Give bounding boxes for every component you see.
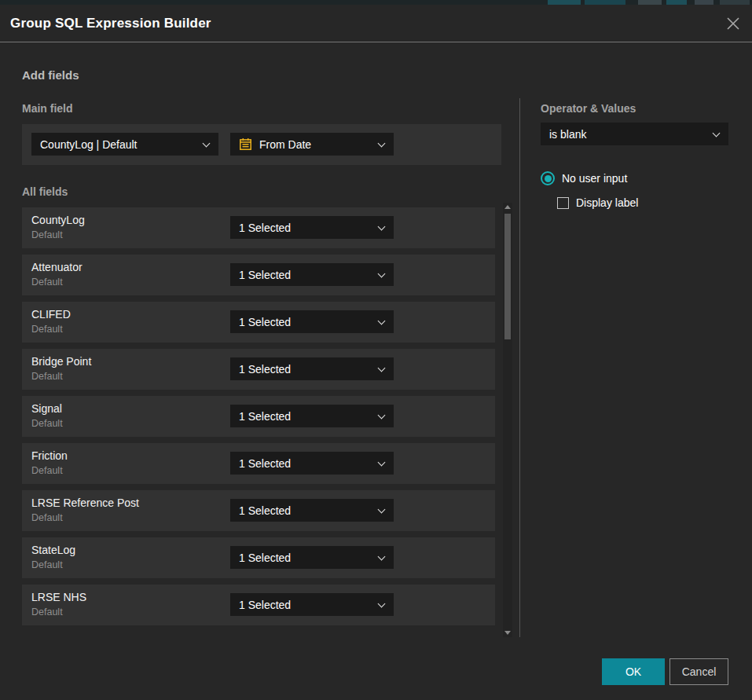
field-selected-dropdown[interactable]: 1 Selected bbox=[230, 310, 394, 333]
group-sql-expression-builder-dialog: Group SQL Expression Builder Add fields … bbox=[0, 5, 752, 700]
field-sublabel: Default bbox=[31, 512, 63, 523]
cancel-button[interactable]: Cancel bbox=[669, 658, 728, 685]
dialog-title: Group SQL Expression Builder bbox=[10, 5, 211, 42]
add-fields-heading: Add fields bbox=[22, 68, 79, 82]
field-sublabel: Default bbox=[31, 324, 63, 335]
chevron-down-icon bbox=[378, 506, 386, 514]
chevron-down-icon bbox=[203, 140, 211, 148]
field-name: Bridge Point bbox=[31, 355, 91, 368]
chevron-down-icon bbox=[378, 600, 386, 608]
display-label-checkbox[interactable]: Display label bbox=[557, 196, 638, 209]
chevron-down-icon bbox=[713, 130, 721, 137]
field-select-value: From Date bbox=[259, 138, 311, 151]
field-row: LRSE NHS Default 1 Selected bbox=[22, 585, 495, 625]
field-name: LRSE NHS bbox=[31, 591, 86, 603]
selected-count: 1 Selected bbox=[239, 222, 291, 234]
field-name: Attenuator bbox=[31, 261, 83, 273]
selected-count: 1 Selected bbox=[239, 457, 291, 470]
field-name: CountyLog bbox=[31, 214, 85, 226]
field-selected-dropdown[interactable]: 1 Selected bbox=[230, 593, 394, 616]
screen: Group SQL Expression Builder Add fields … bbox=[0, 0, 752, 700]
field-name: LRSE Reference Post bbox=[31, 497, 139, 509]
field-row: Friction Default 1 Selected bbox=[22, 443, 495, 484]
main-field-label: Main field bbox=[22, 102, 73, 115]
chevron-down-icon bbox=[378, 365, 386, 372]
chevron-down-icon bbox=[378, 317, 386, 325]
panel-divider bbox=[519, 98, 520, 637]
field-row: Signal Default 1 Selected bbox=[22, 396, 495, 437]
field-selected-dropdown[interactable]: 1 Selected bbox=[230, 357, 394, 380]
field-selected-dropdown[interactable]: 1 Selected bbox=[230, 546, 394, 569]
chevron-down-icon bbox=[378, 412, 386, 420]
chevron-down-icon bbox=[378, 270, 386, 278]
radio-selected-icon bbox=[541, 171, 555, 185]
field-sublabel: Default bbox=[31, 371, 63, 382]
no-user-input-radio[interactable]: No user input bbox=[541, 171, 627, 185]
field-row: StateLog Default 1 Selected bbox=[22, 537, 495, 578]
main-field-field-select[interactable]: From Date bbox=[230, 133, 394, 156]
field-row: Attenuator Default 1 Selected bbox=[22, 255, 495, 295]
field-selected-dropdown[interactable]: 1 Selected bbox=[230, 405, 394, 427]
scrollbar-thumb[interactable] bbox=[504, 214, 511, 339]
field-selected-dropdown[interactable]: 1 Selected bbox=[230, 499, 394, 522]
operator-values-label: Operator & Values bbox=[541, 102, 636, 115]
operator-select[interactable]: is blank bbox=[541, 123, 728, 145]
selected-count: 1 Selected bbox=[239, 599, 291, 611]
main-field-layer-select[interactable]: CountyLog | Default bbox=[31, 133, 218, 156]
chevron-down-icon bbox=[378, 459, 386, 467]
field-selected-dropdown[interactable]: 1 Selected bbox=[230, 216, 394, 239]
chevron-down-icon bbox=[378, 223, 386, 231]
operator-value: is blank bbox=[549, 128, 586, 141]
field-sublabel: Default bbox=[31, 607, 63, 618]
main-field-box: CountyLog | Default From Date bbox=[22, 124, 501, 165]
close-icon[interactable] bbox=[724, 15, 742, 32]
selected-count: 1 Selected bbox=[239, 410, 291, 423]
field-row: CountyLog Default 1 Selected bbox=[22, 207, 495, 248]
selected-count: 1 Selected bbox=[239, 552, 291, 564]
scroll-up-icon[interactable] bbox=[504, 205, 511, 209]
scroll-down-icon[interactable] bbox=[504, 631, 511, 635]
selected-count: 1 Selected bbox=[239, 269, 291, 281]
field-row: LRSE Reference Post Default 1 Selected bbox=[22, 490, 495, 531]
ok-button[interactable]: OK bbox=[602, 658, 665, 685]
chevron-down-icon bbox=[378, 140, 386, 148]
checkbox-unchecked-icon bbox=[557, 197, 569, 209]
layer-select-value: CountyLog | Default bbox=[40, 138, 138, 151]
radio-label: No user input bbox=[562, 172, 627, 185]
field-sublabel: Default bbox=[31, 418, 63, 429]
chevron-down-icon bbox=[378, 553, 386, 561]
titlebar-divider bbox=[0, 42, 752, 42]
all-fields-label: All fields bbox=[22, 185, 68, 198]
dialog-titlebar: Group SQL Expression Builder bbox=[0, 5, 752, 42]
field-name: Friction bbox=[31, 449, 68, 462]
field-name: StateLog bbox=[31, 544, 75, 556]
field-sublabel: Default bbox=[31, 229, 63, 240]
field-sublabel: Default bbox=[31, 559, 63, 570]
selected-count: 1 Selected bbox=[239, 504, 291, 517]
field-name: CLIFED bbox=[31, 308, 71, 321]
selected-count: 1 Selected bbox=[239, 316, 291, 328]
field-name: Signal bbox=[31, 402, 62, 415]
field-selected-dropdown[interactable]: 1 Selected bbox=[230, 263, 394, 286]
field-selected-dropdown[interactable]: 1 Selected bbox=[230, 452, 394, 475]
checkbox-label: Display label bbox=[576, 196, 638, 209]
field-row: CLIFED Default 1 Selected bbox=[22, 302, 495, 343]
field-sublabel: Default bbox=[31, 277, 63, 288]
calendar-icon bbox=[239, 137, 252, 151]
field-sublabel: Default bbox=[31, 465, 63, 476]
fields-list-scrollbar[interactable] bbox=[503, 203, 512, 637]
field-row: Bridge Point Default 1 Selected bbox=[22, 349, 495, 390]
selected-count: 1 Selected bbox=[239, 363, 291, 376]
